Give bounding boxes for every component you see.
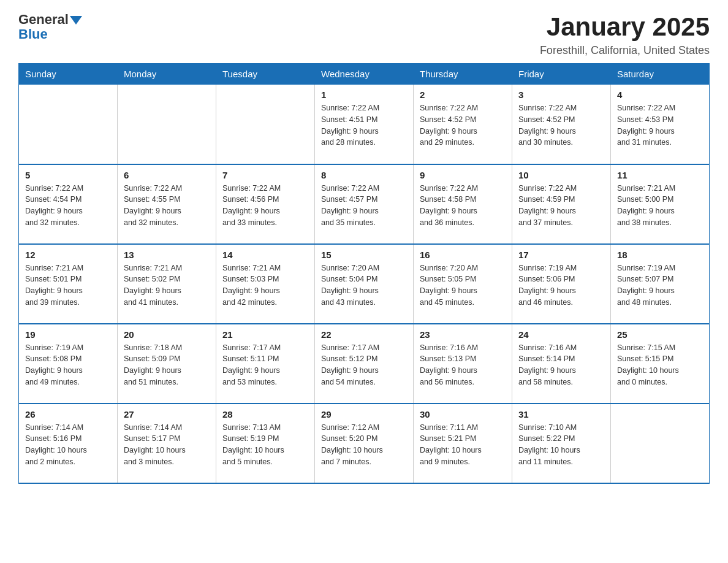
calendar-header-row: SundayMondayTuesdayWednesdayThursdayFrid…: [19, 64, 710, 85]
day-info: Sunrise: 7:16 AM Sunset: 5:14 PM Dayligh…: [518, 342, 604, 388]
logo-general-text: General: [18, 12, 69, 27]
day-info: Sunrise: 7:22 AM Sunset: 4:56 PM Dayligh…: [222, 183, 308, 229]
column-header-wednesday: Wednesday: [315, 64, 414, 85]
calendar-week-row: 26Sunrise: 7:14 AM Sunset: 5:16 PM Dayli…: [19, 404, 710, 483]
calendar-cell: 3Sunrise: 7:22 AM Sunset: 4:52 PM Daylig…: [512, 85, 611, 164]
day-number: 6: [124, 170, 210, 180]
calendar-cell: 21Sunrise: 7:17 AM Sunset: 5:11 PM Dayli…: [216, 324, 315, 404]
calendar-week-row: 1Sunrise: 7:22 AM Sunset: 4:51 PM Daylig…: [19, 85, 710, 164]
day-info: Sunrise: 7:22 AM Sunset: 4:59 PM Dayligh…: [518, 183, 604, 229]
day-info: Sunrise: 7:22 AM Sunset: 4:55 PM Dayligh…: [124, 183, 210, 229]
day-info: Sunrise: 7:19 AM Sunset: 5:06 PM Dayligh…: [518, 262, 604, 308]
day-info: Sunrise: 7:22 AM Sunset: 4:52 PM Dayligh…: [518, 102, 604, 148]
day-info: Sunrise: 7:14 AM Sunset: 5:17 PM Dayligh…: [124, 422, 210, 468]
calendar-cell: 14Sunrise: 7:21 AM Sunset: 5:03 PM Dayli…: [216, 244, 315, 324]
day-info: Sunrise: 7:17 AM Sunset: 5:12 PM Dayligh…: [321, 342, 407, 388]
day-info: Sunrise: 7:15 AM Sunset: 5:15 PM Dayligh…: [617, 342, 703, 388]
day-number: 26: [25, 409, 111, 419]
day-info: Sunrise: 7:20 AM Sunset: 5:05 PM Dayligh…: [420, 262, 506, 308]
calendar-cell: 18Sunrise: 7:19 AM Sunset: 5:07 PM Dayli…: [611, 244, 710, 324]
calendar-cell: 11Sunrise: 7:21 AM Sunset: 5:00 PM Dayli…: [611, 164, 710, 244]
page-header: General Blue January 2025 Foresthill, Ca…: [18, 12, 710, 57]
day-number: 16: [420, 250, 506, 260]
day-info: Sunrise: 7:19 AM Sunset: 5:07 PM Dayligh…: [617, 262, 703, 308]
calendar-cell: 9Sunrise: 7:22 AM Sunset: 4:58 PM Daylig…: [414, 164, 512, 244]
column-header-sunday: Sunday: [19, 64, 118, 85]
day-info: Sunrise: 7:22 AM Sunset: 4:57 PM Dayligh…: [321, 183, 407, 229]
day-number: 7: [222, 170, 308, 180]
day-number: 22: [321, 329, 407, 340]
calendar-table: SundayMondayTuesdayWednesdayThursdayFrid…: [18, 63, 710, 484]
day-number: 13: [124, 250, 210, 260]
day-number: 3: [518, 90, 604, 100]
calendar-cell: 13Sunrise: 7:21 AM Sunset: 5:02 PM Dayli…: [118, 244, 216, 324]
day-info: Sunrise: 7:21 AM Sunset: 5:00 PM Dayligh…: [617, 183, 703, 229]
day-number: 20: [124, 329, 210, 340]
calendar-cell: [216, 85, 315, 164]
calendar-cell: 19Sunrise: 7:19 AM Sunset: 5:08 PM Dayli…: [19, 324, 118, 404]
day-info: Sunrise: 7:10 AM Sunset: 5:22 PM Dayligh…: [518, 422, 604, 468]
title-section: January 2025 Foresthill, California, Uni…: [540, 12, 710, 57]
calendar-cell: 20Sunrise: 7:18 AM Sunset: 5:09 PM Dayli…: [118, 324, 216, 404]
calendar-cell: 25Sunrise: 7:15 AM Sunset: 5:15 PM Dayli…: [611, 324, 710, 404]
calendar-week-row: 19Sunrise: 7:19 AM Sunset: 5:08 PM Dayli…: [19, 324, 710, 404]
day-number: 9: [420, 170, 506, 180]
column-header-tuesday: Tuesday: [216, 64, 315, 85]
day-info: Sunrise: 7:12 AM Sunset: 5:20 PM Dayligh…: [321, 422, 407, 468]
calendar-cell: 30Sunrise: 7:11 AM Sunset: 5:21 PM Dayli…: [414, 404, 512, 483]
day-number: 10: [518, 170, 604, 180]
day-number: 4: [617, 90, 703, 100]
calendar-cell: 27Sunrise: 7:14 AM Sunset: 5:17 PM Dayli…: [118, 404, 216, 483]
calendar-cell: 4Sunrise: 7:22 AM Sunset: 4:53 PM Daylig…: [611, 85, 710, 164]
day-info: Sunrise: 7:14 AM Sunset: 5:16 PM Dayligh…: [25, 422, 111, 468]
day-number: 29: [321, 409, 407, 419]
day-number: 30: [420, 409, 506, 419]
calendar-cell: 8Sunrise: 7:22 AM Sunset: 4:57 PM Daylig…: [315, 164, 414, 244]
day-number: 12: [25, 250, 111, 260]
day-number: 19: [25, 329, 111, 340]
column-header-monday: Monday: [118, 64, 216, 85]
logo-triangle-icon: [70, 16, 82, 25]
day-info: Sunrise: 7:11 AM Sunset: 5:21 PM Dayligh…: [420, 422, 506, 468]
calendar-cell: 5Sunrise: 7:22 AM Sunset: 4:54 PM Daylig…: [19, 164, 118, 244]
day-info: Sunrise: 7:21 AM Sunset: 5:02 PM Dayligh…: [124, 262, 210, 308]
calendar-cell: [118, 85, 216, 164]
day-info: Sunrise: 7:19 AM Sunset: 5:08 PM Dayligh…: [25, 342, 111, 388]
day-info: Sunrise: 7:22 AM Sunset: 4:53 PM Dayligh…: [617, 102, 703, 148]
calendar-cell: 28Sunrise: 7:13 AM Sunset: 5:19 PM Dayli…: [216, 404, 315, 483]
day-number: 14: [222, 250, 308, 260]
logo: General Blue: [18, 12, 82, 42]
calendar-cell: 7Sunrise: 7:22 AM Sunset: 4:56 PM Daylig…: [216, 164, 315, 244]
calendar-cell: 15Sunrise: 7:20 AM Sunset: 5:04 PM Dayli…: [315, 244, 414, 324]
day-number: 23: [420, 329, 506, 340]
day-number: 18: [617, 250, 703, 260]
day-info: Sunrise: 7:21 AM Sunset: 5:01 PM Dayligh…: [25, 262, 111, 308]
day-number: 31: [518, 409, 604, 419]
day-number: 17: [518, 250, 604, 260]
logo-blue-text: Blue: [18, 26, 48, 42]
day-number: 15: [321, 250, 407, 260]
calendar-cell: 16Sunrise: 7:20 AM Sunset: 5:05 PM Dayli…: [414, 244, 512, 324]
column-header-thursday: Thursday: [414, 64, 512, 85]
calendar-cell: 6Sunrise: 7:22 AM Sunset: 4:55 PM Daylig…: [118, 164, 216, 244]
day-info: Sunrise: 7:22 AM Sunset: 4:52 PM Dayligh…: [420, 102, 506, 148]
day-number: 8: [321, 170, 407, 180]
day-info: Sunrise: 7:21 AM Sunset: 5:03 PM Dayligh…: [222, 262, 308, 308]
calendar-week-row: 5Sunrise: 7:22 AM Sunset: 4:54 PM Daylig…: [19, 164, 710, 244]
day-info: Sunrise: 7:22 AM Sunset: 4:54 PM Dayligh…: [25, 183, 111, 229]
calendar-cell: 29Sunrise: 7:12 AM Sunset: 5:20 PM Dayli…: [315, 404, 414, 483]
calendar-cell: 22Sunrise: 7:17 AM Sunset: 5:12 PM Dayli…: [315, 324, 414, 404]
column-header-saturday: Saturday: [611, 64, 710, 85]
calendar-cell: 10Sunrise: 7:22 AM Sunset: 4:59 PM Dayli…: [512, 164, 611, 244]
calendar-cell: 31Sunrise: 7:10 AM Sunset: 5:22 PM Dayli…: [512, 404, 611, 483]
day-info: Sunrise: 7:22 AM Sunset: 4:58 PM Dayligh…: [420, 183, 506, 229]
day-info: Sunrise: 7:16 AM Sunset: 5:13 PM Dayligh…: [420, 342, 506, 388]
day-info: Sunrise: 7:13 AM Sunset: 5:19 PM Dayligh…: [222, 422, 308, 468]
calendar-week-row: 12Sunrise: 7:21 AM Sunset: 5:01 PM Dayli…: [19, 244, 710, 324]
calendar-cell: 1Sunrise: 7:22 AM Sunset: 4:51 PM Daylig…: [315, 85, 414, 164]
day-number: 1: [321, 90, 407, 100]
day-number: 11: [617, 170, 703, 180]
location: Foresthill, California, United States: [540, 44, 710, 57]
calendar-cell: 17Sunrise: 7:19 AM Sunset: 5:06 PM Dayli…: [512, 244, 611, 324]
day-info: Sunrise: 7:22 AM Sunset: 4:51 PM Dayligh…: [321, 102, 407, 148]
